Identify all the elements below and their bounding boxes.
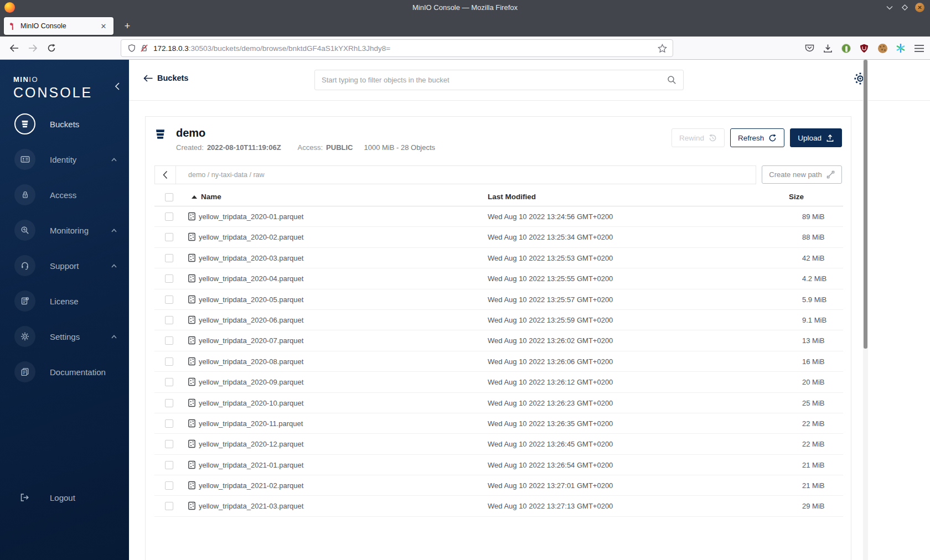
object-name[interactable]: yellow_tripdata_2021-02.parquet (199, 481, 303, 490)
bookmark-star-icon[interactable] (656, 44, 668, 53)
sidebar-item-settings[interactable]: Settings (0, 321, 129, 352)
menu-hamburger-icon[interactable] (913, 43, 924, 54)
object-size: 21 MiB (802, 481, 824, 490)
object-name[interactable]: yellow_tripdata_2020-08.parquet (199, 357, 303, 366)
row-checkbox[interactable] (165, 212, 173, 221)
ublock-icon[interactable] (859, 43, 870, 54)
table-row[interactable]: yellow_tripdata_2020-07.parquet Wed Aug … (154, 330, 843, 351)
object-filter-input[interactable] (322, 76, 667, 84)
reload-button[interactable] (43, 40, 60, 56)
sidebar-collapse-icon[interactable] (115, 82, 120, 91)
sidebar-item-identity[interactable]: Identity (0, 144, 129, 175)
object-name[interactable]: yellow_tripdata_2020-12.parquet (199, 440, 303, 448)
refresh-button[interactable]: Refresh (730, 128, 784, 147)
object-name[interactable]: yellow_tripdata_2020-04.parquet (199, 274, 303, 283)
object-size: 9.1 MiB (802, 316, 826, 324)
table-row[interactable]: yellow_tripdata_2020-08.parquet Wed Aug … (154, 351, 843, 372)
object-name[interactable]: yellow_tripdata_2021-03.parquet (199, 502, 303, 510)
row-checkbox[interactable] (165, 357, 173, 366)
sidebar-item-support[interactable]: Support (0, 250, 129, 281)
table-row[interactable]: yellow_tripdata_2020-04.parquet Wed Aug … (154, 268, 843, 289)
chevron-up-icon[interactable] (111, 229, 117, 232)
table-row[interactable]: yellow_tripdata_2020-06.parquet Wed Aug … (154, 310, 843, 330)
object-name[interactable]: yellow_tripdata_2021-01.parquet (199, 461, 303, 469)
table-row[interactable]: yellow_tripdata_2020-03.parquet Wed Aug … (154, 248, 843, 268)
tab-close-icon[interactable]: ✕ (98, 20, 109, 32)
chevron-up-icon[interactable] (111, 335, 117, 339)
sidebar-item-documentation[interactable]: Documentation (0, 356, 129, 387)
table-row[interactable]: yellow_tripdata_2020-02.parquet Wed Aug … (154, 227, 843, 247)
forward-button[interactable] (24, 40, 41, 56)
object-name[interactable]: yellow_tripdata_2020-01.parquet (199, 212, 303, 221)
table-row[interactable]: yellow_tripdata_2020-12.parquet Wed Aug … (154, 434, 843, 454)
sidebar-item-access[interactable]: Access (0, 179, 129, 210)
new-tab-button[interactable]: + (121, 19, 134, 33)
row-checkbox[interactable] (165, 440, 173, 448)
page-scrollbar[interactable] (863, 60, 868, 560)
tracking-shield-icon[interactable] (126, 44, 138, 53)
object-name[interactable]: yellow_tripdata_2020-03.parquet (199, 254, 303, 262)
url-bar[interactable]: 172.18.0.3:30503/buckets/demo/browse/bnk… (121, 39, 673, 57)
object-name[interactable]: yellow_tripdata_2020-09.parquet (199, 378, 303, 386)
column-header-last-modified[interactable]: Last Modified (488, 193, 536, 201)
object-name[interactable]: yellow_tripdata_2020-11.parquet (199, 419, 303, 428)
rewind-button[interactable]: Rewind (671, 128, 725, 147)
table-row[interactable]: yellow_tripdata_2020-10.parquet Wed Aug … (154, 393, 843, 413)
row-checkbox[interactable] (165, 378, 173, 386)
upload-button[interactable]: Upload (790, 128, 842, 147)
object-name[interactable]: yellow_tripdata_2020-05.parquet (199, 295, 303, 304)
sidebar-item-monitoring[interactable]: Monitoring (0, 215, 129, 246)
object-name[interactable]: yellow_tripdata_2020-02.parquet (199, 233, 303, 241)
row-checkbox[interactable] (165, 419, 173, 428)
row-checkbox[interactable] (165, 274, 173, 283)
object-name[interactable]: yellow_tripdata_2020-06.parquet (199, 316, 303, 324)
sidebar-item-label: Documentation (50, 367, 106, 377)
sidebar-item-buckets[interactable]: Buckets (0, 108, 129, 139)
object-name[interactable]: yellow_tripdata_2020-07.parquet (199, 336, 303, 345)
table-row[interactable]: yellow_tripdata_2021-03.parquet Wed Aug … (154, 496, 843, 516)
logo-console: CONSOLE (13, 85, 92, 101)
back-to-buckets[interactable]: Buckets (143, 74, 188, 82)
table-row[interactable]: yellow_tripdata_2020-01.parquet Wed Aug … (154, 206, 843, 227)
table-row[interactable]: yellow_tripdata_2021-01.parquet Wed Aug … (154, 455, 843, 475)
minimize-icon[interactable] (885, 3, 894, 12)
object-name[interactable]: yellow_tripdata_2020-10.parquet (199, 399, 303, 407)
cookie-extension-icon[interactable] (877, 43, 888, 54)
row-checkbox[interactable] (165, 316, 173, 324)
sidebar-item-logout[interactable]: Logout (0, 482, 129, 513)
chevron-up-icon[interactable] (111, 264, 117, 268)
back-button[interactable] (6, 40, 22, 56)
row-checkbox[interactable] (165, 233, 173, 241)
sidebar-item-license[interactable]: License (0, 286, 129, 317)
column-header-name[interactable]: Name (201, 193, 221, 201)
table-row[interactable]: yellow_tripdata_2020-09.parquet Wed Aug … (154, 372, 843, 392)
page-scrollbar-thumb[interactable] (864, 60, 867, 349)
sort-ascending-icon[interactable] (192, 195, 197, 199)
path-back-button[interactable] (155, 166, 176, 184)
table-row[interactable]: yellow_tripdata_2020-11.parquet Wed Aug … (154, 413, 843, 434)
insecure-lock-icon[interactable] (138, 44, 150, 53)
maximize-icon[interactable] (900, 3, 909, 12)
row-checkbox[interactable] (165, 254, 173, 262)
row-checkbox[interactable] (165, 336, 173, 345)
row-checkbox[interactable] (165, 481, 173, 490)
row-checkbox[interactable] (165, 502, 173, 510)
table-row[interactable]: yellow_tripdata_2021-02.parquet Wed Aug … (154, 475, 843, 496)
close-window-icon[interactable]: ✕ (915, 3, 924, 12)
table-row[interactable]: yellow_tripdata_2020-05.parquet Wed Aug … (154, 289, 843, 310)
pocket-icon[interactable] (804, 43, 815, 54)
sidebar-item-label: Monitoring (50, 226, 89, 235)
downloads-icon[interactable] (822, 43, 833, 54)
row-checkbox[interactable] (165, 399, 173, 407)
column-header-size[interactable]: Size (789, 193, 804, 201)
object-last-modified: Wed Aug 10 2022 13:26:12 GMT+0200 (488, 378, 613, 386)
create-new-path-button[interactable]: Create new path (762, 165, 842, 184)
colorful-asterisk-extension-icon[interactable] (895, 43, 906, 54)
breadcrumb[interactable]: demo / ny-taxi-data / raw (176, 166, 265, 184)
row-checkbox[interactable] (165, 461, 173, 469)
privacy-extension-icon[interactable] (840, 43, 851, 54)
browser-tab[interactable]: MinIO Console ✕ (4, 17, 113, 35)
select-all-checkbox[interactable] (165, 193, 173, 201)
row-checkbox[interactable] (165, 295, 173, 304)
chevron-up-icon[interactable] (111, 158, 117, 162)
